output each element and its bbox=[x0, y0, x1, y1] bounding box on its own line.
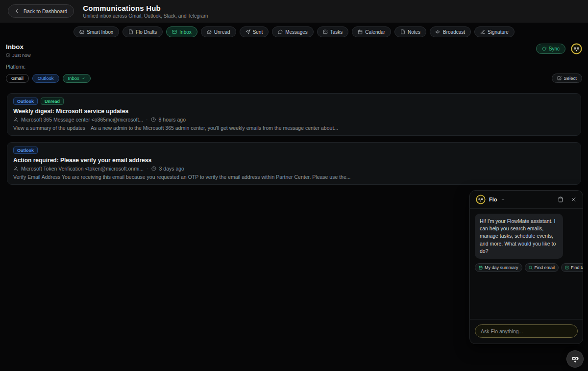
chat-input[interactable] bbox=[475, 324, 578, 338]
clock-icon bbox=[6, 53, 10, 57]
last-sync-status: Just now bbox=[6, 52, 31, 58]
calendar-icon bbox=[358, 29, 363, 34]
meta-separator: · bbox=[146, 117, 148, 123]
chevron-down-icon[interactable] bbox=[501, 198, 505, 202]
select-button-label: Select bbox=[564, 75, 577, 81]
tab-flo-drafts[interactable]: Flo Drafts bbox=[122, 26, 163, 37]
email-preview: Verify Email Address You are receiving t… bbox=[13, 174, 575, 180]
tab-label: Sent bbox=[253, 29, 263, 35]
chat-bubble-icon bbox=[278, 29, 283, 34]
tab-label: Tasks bbox=[330, 29, 343, 35]
tab-messages[interactable]: Messages bbox=[272, 26, 314, 37]
sync-button-label: Sync bbox=[549, 46, 560, 51]
back-button-label: Back to Dashboard bbox=[24, 8, 67, 14]
mail-open-icon bbox=[207, 29, 212, 34]
suggestion-chips: My day summary Find email Find task bbox=[475, 263, 578, 272]
tab-calendar[interactable]: Calendar bbox=[352, 26, 391, 37]
note-file-icon bbox=[400, 29, 405, 34]
check-square-icon bbox=[323, 29, 328, 34]
email-preview: View a summary of the updates As a new a… bbox=[13, 125, 575, 131]
suggestion-find-email[interactable]: Find email bbox=[525, 263, 559, 272]
assistant-message: Hi! I'm your FlowMate assistant. I can h… bbox=[475, 214, 563, 259]
tab-unread[interactable]: Unread bbox=[201, 26, 236, 37]
email-meta: Microsoft 365 Message center <o365mc@mic… bbox=[13, 117, 575, 123]
user-icon bbox=[13, 117, 18, 122]
tab-bar: Smart Inbox Flo Drafts Inbox Unread Sent… bbox=[0, 26, 588, 37]
chat-footer bbox=[470, 319, 583, 344]
top-bar: Back to Dashboard Communications Hub Uni… bbox=[0, 0, 588, 23]
badge-row: Outlook bbox=[13, 147, 575, 154]
check-square-icon bbox=[565, 266, 569, 270]
unread-badge: Unread bbox=[41, 98, 64, 105]
chat-actions bbox=[558, 197, 577, 202]
tab-notes[interactable]: Notes bbox=[394, 26, 426, 37]
check-square-icon bbox=[557, 76, 562, 80]
platform-label: Platform: bbox=[6, 64, 582, 70]
draft-file-icon bbox=[128, 29, 133, 34]
flo-avatar[interactable] bbox=[571, 43, 582, 54]
back-to-dashboard-button[interactable]: Back to Dashboard bbox=[8, 4, 74, 18]
tab-label: Signature bbox=[488, 29, 509, 35]
chat-title: Flo bbox=[489, 197, 497, 202]
tab-tasks[interactable]: Tasks bbox=[317, 26, 349, 37]
filter-chip-inbox[interactable]: Inbox bbox=[63, 74, 91, 83]
inbox-heading-block: Inbox Just now bbox=[6, 43, 31, 58]
suggestion-label: Find email bbox=[535, 265, 555, 270]
sync-button[interactable]: Sync bbox=[536, 44, 565, 54]
email-time: 3 days ago bbox=[159, 166, 184, 172]
tab-label: Broadcast bbox=[443, 29, 465, 35]
chip-label: Gmail bbox=[11, 75, 24, 81]
arrow-left-icon bbox=[15, 8, 20, 14]
email-meta: Microsoft Token Verification <token@micr… bbox=[13, 166, 575, 172]
tab-label: Smart Inbox bbox=[87, 29, 113, 35]
clock-icon bbox=[151, 117, 156, 122]
search-icon bbox=[529, 266, 533, 270]
tab-broadcast[interactable]: Broadcast bbox=[430, 26, 471, 37]
suggestion-my-day-summary[interactable]: My day summary bbox=[475, 263, 522, 272]
tab-label: Flo Drafts bbox=[136, 29, 157, 35]
megaphone-icon bbox=[436, 29, 441, 34]
email-sender: Microsoft Token Verification <token@micr… bbox=[21, 166, 144, 172]
last-sync-label: Just now bbox=[12, 52, 31, 58]
inbox-icon bbox=[79, 29, 84, 34]
email-sender: Microsoft 365 Message center <o365mc@mic… bbox=[21, 117, 143, 123]
badge-row: Outlook Unread bbox=[13, 98, 575, 105]
tab-sent[interactable]: Sent bbox=[240, 26, 269, 37]
flo-floating-button[interactable] bbox=[566, 350, 584, 368]
email-card[interactable]: Outlook Action required: Please verify y… bbox=[7, 142, 581, 185]
send-icon bbox=[245, 29, 250, 34]
communications-hub-app: Back to Dashboard Communications Hub Uni… bbox=[0, 0, 588, 371]
flo-avatar bbox=[476, 195, 486, 204]
tab-label: Notes bbox=[408, 29, 420, 35]
close-icon[interactable] bbox=[571, 197, 577, 202]
filter-chip-gmail[interactable]: Gmail bbox=[6, 74, 29, 83]
platform-badge: Outlook bbox=[13, 98, 38, 105]
inbox-section: Inbox Just now Sync Platform: Gmail Outl… bbox=[6, 43, 582, 83]
platform-filter-row: Gmail Outlook Inbox Select bbox=[6, 74, 582, 83]
page-title: Communications Hub bbox=[83, 4, 208, 12]
tab-inbox[interactable]: Inbox bbox=[166, 26, 197, 37]
trash-icon[interactable] bbox=[558, 197, 564, 202]
mail-icon bbox=[172, 29, 177, 34]
email-subject: Weekly digest: Microsoft service updates bbox=[13, 108, 575, 115]
robot-face-icon bbox=[569, 353, 582, 366]
tab-label: Unread bbox=[214, 29, 230, 35]
email-time: 8 hours ago bbox=[159, 117, 186, 123]
refresh-icon bbox=[542, 47, 546, 51]
chat-header: Flo bbox=[470, 191, 583, 209]
tab-smart-inbox[interactable]: Smart Inbox bbox=[74, 26, 119, 37]
flo-chat-widget: Flo Hi! I'm your FlowMate assistant. I c… bbox=[469, 190, 583, 344]
email-subject: Action required: Please verify your emai… bbox=[13, 157, 575, 164]
select-button[interactable]: Select bbox=[552, 74, 582, 83]
suggestion-find-task[interactable]: Find task bbox=[561, 263, 583, 272]
tab-label: Messages bbox=[285, 29, 308, 35]
page-subtitle: Unified inbox across Gmail, Outlook, Sla… bbox=[83, 13, 208, 19]
email-card[interactable]: Outlook Unread Weekly digest: Microsoft … bbox=[7, 93, 581, 136]
user-icon bbox=[13, 166, 18, 171]
chip-label: Outlook bbox=[38, 75, 54, 81]
calendar-icon bbox=[479, 266, 483, 270]
tab-label: Inbox bbox=[179, 29, 191, 35]
tab-signature[interactable]: Signature bbox=[474, 26, 514, 37]
filter-chip-outlook[interactable]: Outlook bbox=[32, 74, 59, 83]
tab-label: Calendar bbox=[365, 29, 385, 35]
